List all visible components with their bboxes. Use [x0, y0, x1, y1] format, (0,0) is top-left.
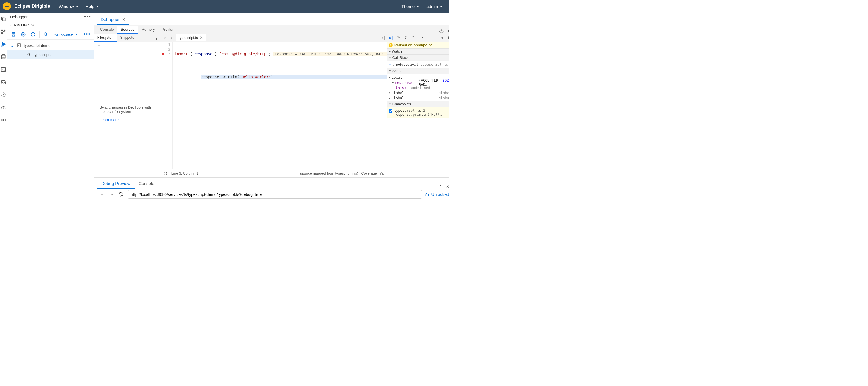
gauge-icon[interactable] — [0, 104, 7, 111]
expand-up-icon[interactable]: ⌃ — [439, 184, 442, 189]
kebab-icon[interactable]: ⋮ — [152, 37, 161, 42]
svg-point-4 — [4, 30, 5, 30]
nav-forward-icon[interactable]: → — [108, 192, 115, 197]
scope-section[interactable]: ▼Scope — [387, 68, 449, 74]
workspace-selector[interactable]: workspace — [51, 29, 81, 39]
tree-project-node[interactable]: ⌄ typescript-demo — [7, 41, 94, 50]
deactivate-bp-icon[interactable]: ⌀ — [439, 36, 445, 40]
fs-tab-snippets[interactable]: Snippets — [117, 34, 137, 42]
dt-tab-profiler[interactable]: Profiler — [158, 26, 177, 34]
scope-global-2[interactable]: ▶Globalglobal — [389, 95, 449, 100]
breakpoint-marker[interactable] — [162, 53, 164, 55]
unlock-button[interactable]: Unlocked — [425, 192, 449, 197]
chevron-down-icon: ⌄ — [9, 23, 12, 27]
breakpoints-section[interactable]: ▼Breakpoints — [387, 101, 449, 108]
coverage-info: Coverage: n/a — [361, 172, 384, 176]
close-icon[interactable]: ✕ — [446, 184, 449, 189]
menu-user[interactable]: admin — [423, 4, 446, 9]
top-bar: Eclipse Dirigible Window Help Theme admi… — [0, 0, 449, 12]
code-area[interactable]: 1 2 3 import { response } from "@dirigib… — [161, 42, 386, 169]
callstack-section[interactable]: ▼Call Stack — [387, 55, 449, 61]
step-icon[interactable]: →• — [418, 36, 424, 40]
app-logo — [3, 2, 11, 10]
app-brand: Eclipse Dirigible — [14, 4, 50, 9]
stack-frame[interactable]: ➔ :module:eval typescript.ts:3 — [389, 61, 449, 67]
debug-icon[interactable] — [0, 41, 7, 48]
editor-status-bar: { } Line 3, Column 1 (source mapped from… — [161, 169, 386, 177]
url-input[interactable] — [128, 190, 422, 199]
nav-back-icon[interactable]: ◁ — [169, 36, 174, 40]
reload-icon[interactable] — [118, 192, 125, 197]
svg-rect-8 — [1, 67, 6, 71]
gutter[interactable]: 1 2 3 — [161, 42, 173, 169]
chevron-down-icon — [96, 6, 99, 7]
bottom-panel: Debug Preview Console ⌃ ✕ ← → Unlocked — [94, 177, 449, 200]
project-tree: ⌄ typescript-demo typescript.ts — [7, 40, 94, 60]
editor-file-tab[interactable]: typescript.ts ✕ — [176, 34, 206, 41]
close-icon[interactable]: ✕ — [122, 17, 125, 22]
dt-tab-console[interactable]: Console — [97, 26, 117, 34]
learn-more-link[interactable]: Learn more — [100, 118, 156, 122]
close-icon[interactable]: ✕ — [200, 36, 203, 40]
pane-more-icon[interactable]: ••• — [84, 14, 91, 20]
chevron-down-icon: ⌄ — [10, 43, 14, 48]
projects-header[interactable]: ⌄ PROJECTS — [7, 21, 94, 29]
add-folder-button[interactable]: ＋ — [94, 42, 161, 50]
code-editor-pane: ⎚ ◁ typescript.ts ✕ ▷| 1 2 3 impor — [161, 34, 386, 177]
save-icon[interactable] — [9, 30, 18, 39]
run-icon[interactable] — [19, 30, 28, 39]
debugger-controls: ▶| ↷ ↧ ↥ →• ⌀ ⏸ — [387, 34, 449, 42]
tab-debug-preview[interactable]: Debug Preview — [97, 179, 135, 189]
svg-point-11 — [44, 33, 47, 35]
inbox-icon[interactable] — [0, 79, 7, 86]
database-icon[interactable] — [0, 53, 7, 60]
debugger-pane: ▶| ↷ ↧ ↥ →• ⌀ ⏸ ! Paused on breakpoint ▶… — [386, 34, 449, 177]
resume-icon[interactable]: ▶| — [388, 36, 394, 40]
terminal-icon[interactable] — [0, 66, 7, 73]
dt-tab-memory[interactable]: Memory — [138, 26, 158, 34]
nav-files-icon[interactable]: ⎚ — [163, 36, 167, 40]
svg-point-2 — [1, 30, 2, 30]
workflow-icon[interactable] — [0, 117, 7, 123]
fs-tab-filesystem[interactable]: Filesystem — [94, 34, 117, 42]
format-icon[interactable]: { } — [164, 172, 167, 176]
menu-help[interactable]: Help — [82, 4, 102, 9]
scope-var-response[interactable]: ▶response: {ACCEPTED: 202, BAD… — [389, 80, 449, 85]
watch-section[interactable]: ▶Watch — [387, 48, 449, 55]
filesystem-pane: Filesystem Snippets ⋮ ＋ Sync changes in … — [94, 34, 161, 177]
step-into-icon[interactable]: ↧ — [403, 36, 409, 40]
step-over-icon[interactable]: ↷ — [396, 36, 401, 40]
git-branch-icon[interactable] — [0, 28, 7, 35]
copy-icon[interactable] — [0, 16, 7, 22]
menu-theme[interactable]: Theme — [398, 4, 423, 9]
breakpoint-checkbox[interactable] — [389, 109, 392, 113]
project-explorer: Debugger ••• ⌄ PROJECTS workspace ••• ⌄ … — [7, 12, 94, 200]
pause-exceptions-icon[interactable]: ⏸ — [446, 36, 449, 40]
cursor-position: Line 3, Column 1 — [172, 172, 198, 176]
nav-back-icon[interactable]: ← — [98, 192, 105, 197]
search-icon[interactable] — [41, 30, 51, 39]
sync-message: Sync changes in DevTools with the local … — [100, 105, 156, 114]
svg-point-3 — [1, 32, 2, 33]
explorer-more-icon[interactable]: ••• — [82, 31, 92, 37]
paused-banner: ! Paused on breakpoint — [387, 42, 449, 48]
kebab-icon[interactable]: ⋮ — [446, 29, 449, 34]
tree-file-node[interactable]: typescript.ts — [7, 50, 94, 59]
gear-icon[interactable] — [439, 29, 444, 34]
svg-marker-10 — [23, 34, 24, 35]
tab-debugger[interactable]: Debugger ✕ — [97, 14, 129, 25]
breakpoint-item[interactable]: typescript.ts:3 response.println("Hello … — [387, 108, 449, 118]
activity-bar — [0, 12, 7, 200]
code-content[interactable]: import { response } from "@dirigible/htt… — [173, 42, 386, 169]
history-icon[interactable] — [0, 91, 7, 98]
refresh-icon[interactable] — [28, 30, 38, 39]
scope-global-1[interactable]: ▶Globalglobal — [389, 90, 449, 95]
svg-rect-14 — [426, 194, 429, 196]
nav-forward-icon[interactable]: ▷| — [381, 36, 385, 40]
dt-tab-sources[interactable]: Sources — [117, 26, 138, 34]
pane-title: Debugger — [10, 14, 28, 19]
source-map-link[interactable]: typescript.mjs — [335, 172, 357, 176]
step-out-icon[interactable]: ↥ — [410, 36, 416, 40]
menu-window[interactable]: Window — [55, 4, 82, 9]
tab-console[interactable]: Console — [135, 179, 158, 189]
